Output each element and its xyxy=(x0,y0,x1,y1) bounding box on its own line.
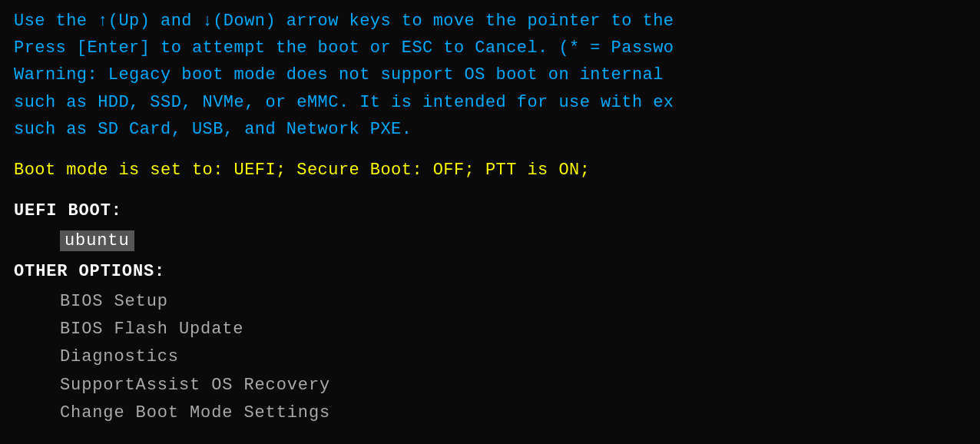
selected-item-label[interactable]: ubuntu xyxy=(60,230,134,251)
menu-item-diagnostics[interactable]: Diagnostics xyxy=(14,343,966,371)
uefi-boot-selected-item[interactable]: ubuntu xyxy=(14,227,966,254)
info-line-1: Use the ↑(Up) and ↓(Down) arrow keys to … xyxy=(14,8,966,35)
info-block: Use the ↑(Up) and ↓(Down) arrow keys to … xyxy=(14,8,966,143)
info-line-4: such as HDD, SSD, NVMe, or eMMC. It is i… xyxy=(14,89,966,116)
info-line-2: Press [Enter] to attempt the boot or ESC… xyxy=(14,35,966,61)
menu-item-bios-flash[interactable]: BIOS Flash Update xyxy=(14,316,966,343)
menu-item-supportassist[interactable]: SupportAssist OS Recovery xyxy=(14,372,966,399)
menu-item-change-boot-mode[interactable]: Change Boot Mode Settings xyxy=(14,399,966,427)
other-options-header: OTHER OPTIONS: xyxy=(14,258,966,285)
spacer-1 xyxy=(14,143,966,157)
uefi-boot-header: UEFI BOOT: xyxy=(14,197,966,224)
info-line-5: such as SD Card, USB, and Network PXE. xyxy=(14,116,966,143)
boot-mode-status: Boot mode is set to: UEFI; Secure Boot: … xyxy=(14,157,966,184)
info-line-3: Warning: Legacy boot mode does not suppo… xyxy=(14,61,966,88)
menu-item-bios-setup[interactable]: BIOS Setup xyxy=(14,288,966,316)
